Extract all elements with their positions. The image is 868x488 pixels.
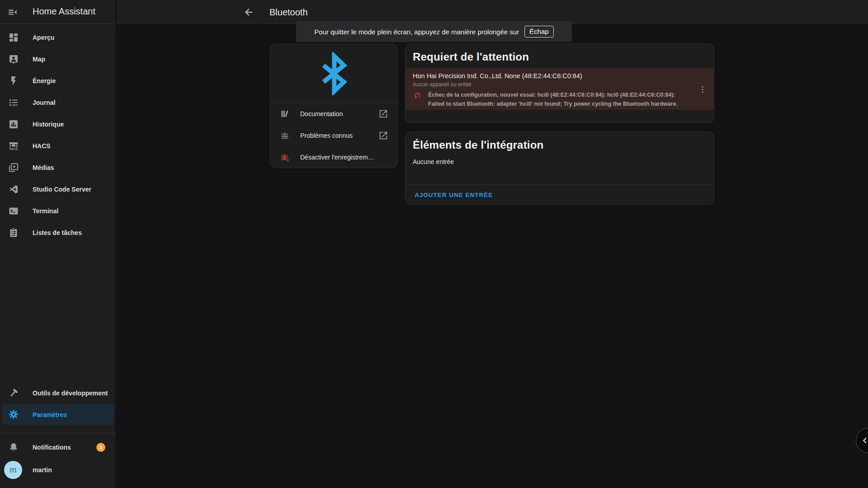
disable-debug-logging-button[interactable]: Désactiver l'enregistrement de… [270,146,397,168]
sidebar-divider [0,433,116,433]
sidebar-item-hacs[interactable]: HACS HACS [0,135,115,157]
open-in-new-icon [378,131,388,141]
gear-icon [8,409,19,420]
fullscreen-exit-banner: Pour quitter le mode plein écran, appuye… [296,21,572,42]
sidebar-item-listes-de-taches[interactable]: Listes de tâches [0,222,115,244]
sidebar-item-terminal[interactable]: Terminal [0,200,115,222]
svg-text:HACS: HACS [9,147,18,150]
entry-subtitle: Aucun appareil ou entité [413,81,689,88]
app-title: Home Assistant [33,6,95,17]
home-assistant-app: Home Assistant Aperçu Map Énergie [0,0,868,488]
attention-entry-row[interactable]: Hon Hai Precision Ind. Co.,Ltd. None (48… [406,68,714,110]
page-title: Bluetooth [269,7,308,18]
integration-entries-card: Éléments de l'intégration Aucune entrée … [405,131,714,205]
sidebar-item-parametres[interactable]: Paramètres [2,404,114,425]
sidebar-item-historique[interactable]: Historique [0,113,115,135]
entries-actions: AJOUTER UNE ENTRÉE [406,185,714,205]
sidebar-item-map[interactable]: Map [0,48,115,70]
known-issues-link[interactable]: Problèmes connus [270,125,397,146]
sidebar-header: Home Assistant [0,0,115,24]
flash-icon [8,75,19,86]
map-account-icon [8,54,19,65]
entry-error-message: Échec de la configuration, nouvel essai:… [413,90,689,108]
list-icon [8,97,19,108]
terminal-icon [8,206,19,216]
sidebar: Home Assistant Aperçu Map Énergie [0,0,116,488]
documentation-link[interactable]: Documentation [270,103,397,125]
notification-badge: 1 [96,443,105,452]
sidebar-item-medias[interactable]: Médias [0,157,115,178]
entry-overflow-menu[interactable] [698,84,708,94]
fullscreen-exit-text: Pour quitter le mode plein écran, appuye… [314,28,519,36]
retry-alert-icon [414,91,422,99]
escape-key-hint: Échap [524,26,554,38]
clipboard-list-icon [8,227,19,238]
attention-card-title: Requiert de l'attention [406,44,714,68]
bug-stop-icon [279,152,290,163]
hacs-store-icon: HACS [8,141,19,151]
topbar: Bluetooth [116,0,868,24]
entries-card-title: Éléments de l'intégration [406,132,714,156]
chevron-left-icon [859,435,868,446]
entries-empty-text: Aucune entrée [406,156,714,167]
avatar: m [4,461,22,479]
sidebar-nav: Aperçu Map Énergie Journal Histo [0,27,115,244]
sidebar-item-journal[interactable]: Journal [0,92,115,113]
chart-box-icon [8,119,19,130]
sidebar-item-studio-code-server[interactable]: Studio Code Server [0,178,115,200]
media-play-icon [8,162,19,173]
sidebar-item-dev-tools[interactable]: Outils de développement [0,382,115,404]
bluetooth-logo [270,44,397,103]
sidebar-item-energie[interactable]: Énergie [0,70,115,92]
collapse-panel-button[interactable] [856,428,868,453]
bluetooth-integration-card: Documentation Problèmes connus Désactive… [270,44,398,168]
sidebar-item-apercu[interactable]: Aperçu [0,27,115,48]
open-in-new-icon [378,109,388,119]
sidebar-item-notifications[interactable]: Notifications 1 [0,436,115,458]
vscode-icon [8,184,19,195]
add-entry-button[interactable]: AJOUTER UNE ENTRÉE [415,192,493,198]
back-button[interactable] [243,7,254,18]
sidebar-item-user[interactable]: m martin [0,459,115,481]
entry-title: Hon Hai Precision Ind. Co.,Ltd. None (48… [413,72,689,80]
dashboard-icon [8,32,19,43]
hammer-icon [8,388,19,399]
bug-icon [279,130,290,141]
bell-icon [8,442,19,453]
library-icon [279,108,290,119]
menu-toggle-icon[interactable] [7,7,18,18]
attention-card: Requiert de l'attention Hon Hai Precisio… [405,43,714,123]
